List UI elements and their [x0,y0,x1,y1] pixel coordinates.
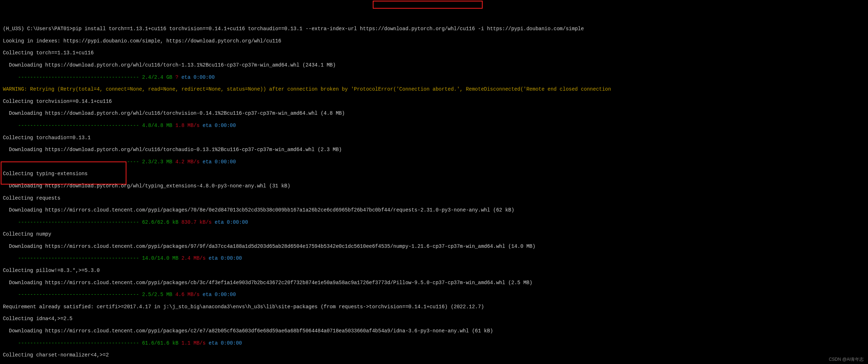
collecting-idna: Collecting idna<4,>=2.5 [3,316,865,322]
prompt-line-1[interactable]: (H_U3S) C:\Users\PAT01>pip install torch… [3,26,865,32]
progress-pillow: ----------------------------------------… [3,292,865,298]
pip-command: pip install torch==1.13.1+cu116 torchvis… [72,26,478,32]
progress-idna: ----------------------------------------… [3,340,865,346]
download-typing-ext: Downloading https://download.pytorch.org… [3,183,865,189]
progress-requests: ----------------------------------------… [3,219,865,226]
progress-torch: ----------------------------------------… [3,74,865,81]
req-satisfied-certifi: Requirement already satisfied: certifi>=… [3,304,865,310]
collecting-typing-ext: Collecting typing-extensions [3,171,865,177]
download-torchaudio: Downloading https://download.pytorch.org… [3,147,865,153]
progress-torchaudio: ----------------------------------------… [3,159,865,165]
download-torchvision: Downloading https://download.pytorch.org… [3,110,865,117]
collecting-torchvision: Collecting torchvision==0.14.1+cu116 [3,99,865,105]
download-numpy: Downloading https://mirrors.cloud.tencen… [3,244,865,250]
collecting-requests: Collecting requests [3,195,865,201]
warning-retry: WARNING: Retrying (Retry(total=4, connec… [3,86,865,92]
highlight-mirror-flag [373,1,483,9]
collecting-numpy: Collecting numpy [3,231,865,237]
progress-torchvision: ----------------------------------------… [3,123,865,129]
collecting-charset-normalizer: Collecting charset-normalizer<4,>=2 [3,352,865,358]
looking-indexes: Looking in indexes: https://pypi.doubani… [3,38,865,44]
progress-numpy: ----------------------------------------… [3,255,865,261]
download-pillow: Downloading https://mirrors.cloud.tencen… [3,280,865,286]
shell-prompt: (H_U3S) C:\Users\PAT01> [3,26,72,32]
watermark: CSDN @AI青年志 [829,357,864,362]
download-requests: Downloading https://mirrors.cloud.tencen… [3,207,865,213]
collecting-torch: Collecting torch==1.13.1+cu116 [3,50,865,56]
collecting-pillow: Collecting pillow!=8.3.*,>=5.3.0 [3,268,865,274]
download-torch: Downloading https://download.pytorch.org… [3,62,865,68]
mirror-flag: -i https://pypi.doubanio.com/simple [478,26,584,32]
download-idna: Downloading https://mirrors.cloud.tencen… [3,328,865,334]
collecting-torchaudio: Collecting torchaudio==0.13.1 [3,135,865,141]
